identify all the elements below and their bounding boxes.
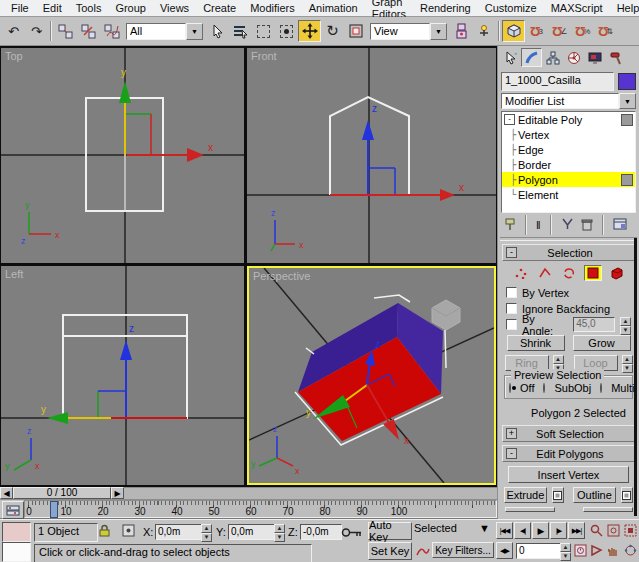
mini-listener-pane[interactable] <box>2 542 31 562</box>
preview-subobj-radio[interactable] <box>543 383 545 393</box>
viewport-top-label[interactable]: Top <box>5 50 23 62</box>
menu-group[interactable]: Group <box>108 1 153 15</box>
modifier-list-dropdown[interactable]: Modifier List ▼ <box>501 93 636 109</box>
edit-polygons-rollout-header[interactable]: - Edit Polygons <box>502 445 635 462</box>
viewport-left-canvas[interactable]: z y z y x <box>1 266 244 485</box>
soft-selection-rollout-header[interactable]: + Soft Selection <box>502 425 635 442</box>
viewport-top[interactable]: Top y x <box>1 48 244 263</box>
grow-button[interactable]: Grow <box>573 335 631 351</box>
display-tab-icon[interactable] <box>584 48 605 67</box>
selection-filter-dropdown[interactable]: All ▼ <box>126 23 203 40</box>
polygon-mode-icon[interactable] <box>584 265 602 281</box>
spinner-snap-toggle-icon[interactable]: Ω⇅ <box>594 20 617 42</box>
arc-rotate-icon[interactable] <box>622 542 639 559</box>
menu-animation[interactable]: Animation <box>302 1 365 15</box>
select-and-manipulate-icon[interactable] <box>473 20 496 42</box>
angle-snap-toggle-icon[interactable]: Ω∠ <box>548 20 571 42</box>
selection-filter-arrow-icon[interactable]: ▼ <box>186 23 203 40</box>
stack-item-border[interactable]: ├Border <box>502 157 635 172</box>
hierarchy-tab-icon[interactable] <box>542 48 563 67</box>
menu-tools[interactable]: Tools <box>69 1 109 15</box>
percent-snap-toggle-icon[interactable]: Ω% <box>571 20 594 42</box>
time-configuration-icon[interactable] <box>572 542 589 559</box>
set-key-button[interactable]: Set Key <box>368 542 412 560</box>
pin-stack-icon[interactable] <box>504 217 516 233</box>
menu-modifiers[interactable]: Modifiers <box>243 1 302 15</box>
vertex-mode-icon[interactable] <box>512 265 530 281</box>
preview-off-radio[interactable] <box>509 383 511 393</box>
frame-spinner[interactable]: ▲▼ <box>560 543 571 558</box>
viewport-front-canvas[interactable]: z x z x <box>247 48 496 263</box>
bind-to-space-warp-icon[interactable] <box>100 20 123 42</box>
time-slider-handle[interactable]: 0 / 100 <box>13 487 111 499</box>
edge-mode-icon[interactable] <box>536 265 554 281</box>
insert-vertex-button[interactable]: Insert Vertex <box>508 466 629 483</box>
viewport-perspective[interactable]: Perspective <box>247 266 496 485</box>
viewport-perspective-label[interactable]: Perspective <box>253 270 310 282</box>
panel-scrollbar[interactable] <box>634 238 637 516</box>
play-button[interactable]: ▶ <box>532 522 549 539</box>
zoom-all-icon[interactable] <box>605 522 622 539</box>
reference-coordinate-dropdown[interactable]: View ▼ <box>370 23 447 40</box>
menu-edit[interactable]: Edit <box>36 1 69 15</box>
x-coord-field[interactable]: 0,0m <box>155 524 203 540</box>
by-angle-spinner[interactable]: ▲▼ <box>620 317 631 332</box>
configure-modifier-sets-icon[interactable] <box>613 218 627 232</box>
move-gizmo[interactable]: z x <box>330 103 464 201</box>
select-and-rotate-icon[interactable]: ↻ <box>321 20 344 42</box>
macro-recorder-pane[interactable] <box>2 522 31 542</box>
key-filter-arrow-icon[interactable]: ▼ <box>479 522 490 540</box>
stack-onoff-icon[interactable] <box>621 114 633 126</box>
remove-modifier-icon[interactable] <box>581 218 593 233</box>
zoom-icon[interactable] <box>588 522 605 539</box>
reference-coordinate-arrow-icon[interactable]: ▼ <box>430 23 447 40</box>
snaps-toggle-icon[interactable] <box>502 20 525 42</box>
z-coord-field[interactable]: -0,0m <box>300 524 342 540</box>
zoom-extents-icon[interactable] <box>622 522 639 539</box>
stack-item-element[interactable]: └Element <box>502 187 635 202</box>
select-and-scale-icon[interactable] <box>344 20 367 42</box>
cropped-button[interactable] <box>583 507 633 512</box>
menu-views[interactable]: Views <box>153 1 196 15</box>
object-color-swatch[interactable] <box>618 73 636 90</box>
undo-icon[interactable]: ↶ <box>2 20 25 42</box>
previous-frame-button[interactable]: ◀| <box>514 522 531 539</box>
menu-create[interactable]: Create <box>196 1 243 15</box>
object-name-field[interactable]: 1_1000_Casilla <box>501 72 614 91</box>
menu-maxscript[interactable]: MAXScript <box>544 1 610 15</box>
box-mesh[interactable] <box>295 295 446 445</box>
loop-spinner[interactable]: ▲▼ <box>622 355 633 370</box>
shrink-button[interactable]: Shrink <box>507 335 565 351</box>
selection-rollout-header[interactable]: - Selection <box>502 244 635 261</box>
viewport-left-label[interactable]: Left <box>5 268 23 280</box>
element-mode-icon[interactable] <box>608 265 626 281</box>
preview-multi-radio[interactable] <box>600 383 602 393</box>
move-gizmo[interactable]: y x <box>119 67 213 162</box>
time-slider-left-arrow[interactable]: ◀ <box>0 487 13 499</box>
window-crossing-icon[interactable] <box>275 20 298 42</box>
collapse-icon[interactable]: - <box>504 114 515 125</box>
motion-tab-icon[interactable] <box>563 48 584 67</box>
pan-hand-icon[interactable] <box>605 542 622 559</box>
key-filter-dropdown[interactable]: Selected ▼ <box>414 522 490 540</box>
border-mode-icon[interactable] <box>560 265 578 281</box>
utilities-tab-icon[interactable] <box>605 48 626 67</box>
menu-customize[interactable]: Customize <box>478 1 544 15</box>
stack-item-polygon[interactable]: ├Polygon <box>502 172 635 187</box>
modifier-list-arrow-icon[interactable]: ▼ <box>619 93 636 109</box>
extrude-settings-icon[interactable] <box>552 487 564 503</box>
rectangular-selection-region-icon[interactable] <box>252 20 275 42</box>
outline-button[interactable]: Outline <box>573 487 616 503</box>
select-and-link-icon[interactable] <box>54 20 77 42</box>
by-vertex-checkbox[interactable] <box>506 287 517 298</box>
viewport-left[interactable]: Left z y <box>1 266 244 485</box>
auto-key-button[interactable]: Auto Key <box>368 522 412 540</box>
y-coord-spinner[interactable]: ▲▼ <box>274 524 285 539</box>
selection-lock-icon[interactable] <box>96 522 113 539</box>
default-tangent-icon[interactable] <box>414 542 431 559</box>
absolute-offset-mode-icon[interactable] <box>120 522 137 539</box>
next-frame-button[interactable]: |▶ <box>550 522 567 539</box>
go-to-end-button[interactable]: ▶▶| <box>568 522 585 539</box>
unlink-selection-icon[interactable] <box>77 20 100 42</box>
redo-icon[interactable]: ↷ <box>25 20 48 42</box>
